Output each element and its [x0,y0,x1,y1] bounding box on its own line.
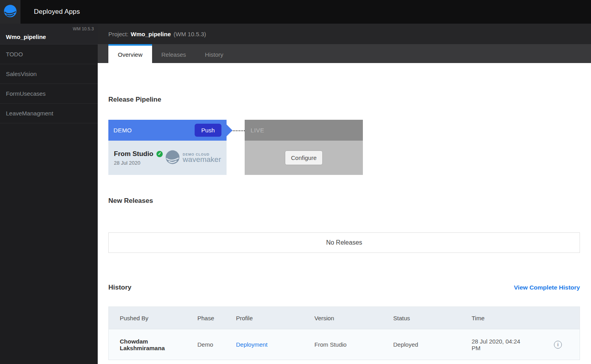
tab-releases[interactable]: Releases [152,44,196,63]
projects-sidebar: Wmo_pipeline WM 10.5.3 TODO SalesVision … [0,24,98,364]
release-pipeline-heading: Release Pipeline [108,96,580,104]
cell-time: 28 Jul 2020, 04:24 PM [472,338,541,351]
page-title: Deployed Apps [34,0,80,24]
col-version: Version [314,315,393,321]
history-heading: History [108,284,132,292]
selected-project-version: WM 10.5.3 [73,26,94,31]
demo-phase-header: DEMO Push [108,120,227,141]
project-prefix: Project: [108,31,128,37]
wavemaker-wave-icon [3,4,18,20]
wavemaker-brand-text: wavemaker [183,156,221,163]
sidebar-item-label: SalesVision [6,71,37,77]
col-status: Status [393,315,472,321]
cell-pushed-by: Chowdam Lakshmiramana [109,338,197,351]
sidebar-item-leavemanagment[interactable]: LeaveManagment [0,104,98,123]
demo-phase-card: DEMO Push From Studio ✓ 28 Jul 2020 [108,120,227,175]
demo-deploy-date: 28 Jul 2020 [114,160,163,166]
cell-version: From Studio [314,341,393,348]
pipeline-cards: DEMO Push From Studio ✓ 28 Jul 2020 [108,120,580,175]
sidebar-item-label: FormUsecases [6,90,46,97]
table-row: Chowdam Lakshmiramana Demo Deployment Fr… [109,329,580,360]
no-releases-box: No Releases [108,232,580,253]
history-table-header: Pushed By Phase Profile Version Status T… [109,307,580,329]
cell-profile-link[interactable]: Deployment [236,341,314,348]
live-phase-header: LIVE [245,120,363,141]
sidebar-item-wmo-pipeline[interactable]: Wmo_pipeline WM 10.5.3 [0,24,98,45]
project-version: (WM 10.5.3) [174,31,206,37]
demo-phase-body: From Studio ✓ 28 Jul 2020 [108,141,227,175]
history-table: Pushed By Phase Profile Version Status T… [108,306,580,360]
sidebar-item-salesvision[interactable]: SalesVision [0,64,98,84]
sidebar-item-label: LeaveManagment [6,110,53,117]
col-time: Time [472,315,541,321]
live-phase-label: LIVE [251,127,264,134]
demo-source-label: From Studio [114,150,153,158]
overview-content: Release Pipeline DEMO Push From Studio ✓ [98,63,591,364]
new-releases-heading: New Releases [108,197,580,205]
project-name: Wmo_pipeline [131,31,171,37]
live-phase-body: Configure [245,141,363,175]
app-logo[interactable] [0,0,20,24]
col-profile: Profile [236,315,314,321]
push-button[interactable]: Push [195,124,221,137]
demo-deploy-info: From Studio ✓ 28 Jul 2020 [114,150,163,166]
wavemaker-wave-icon [164,149,181,167]
col-phase: Phase [197,315,236,321]
cell-phase: Demo [197,341,236,348]
sidebar-item-todo[interactable]: TODO [0,45,98,64]
configure-button[interactable]: Configure [285,150,322,165]
sidebar-item-formusecases[interactable]: FormUsecases [0,84,98,104]
view-complete-history-link[interactable]: View Complete History [514,284,580,291]
live-phase-card: LIVE Configure [245,120,363,175]
selected-project-name: Wmo_pipeline [6,33,46,40]
info-icon[interactable]: i [554,341,562,349]
demo-phase-label: DEMO [113,127,132,134]
sidebar-item-label: TODO [6,51,23,58]
demo-cloud-logo: DEMO CLOUD wavemaker [164,149,221,167]
top-bar: Deployed Apps [0,0,591,24]
pipeline-arrow-icon [227,124,232,136]
cell-status: Deployed [393,341,472,348]
tab-history[interactable]: History [195,44,233,63]
col-pushed-by: Pushed By [109,315,197,321]
project-header: Project: Wmo_pipeline (WM 10.5.3) [98,24,591,44]
success-check-icon: ✓ [156,151,163,157]
tab-overview[interactable]: Overview [108,44,152,63]
tab-bar: Overview Releases History [98,44,591,63]
no-releases-text: No Releases [326,239,362,246]
